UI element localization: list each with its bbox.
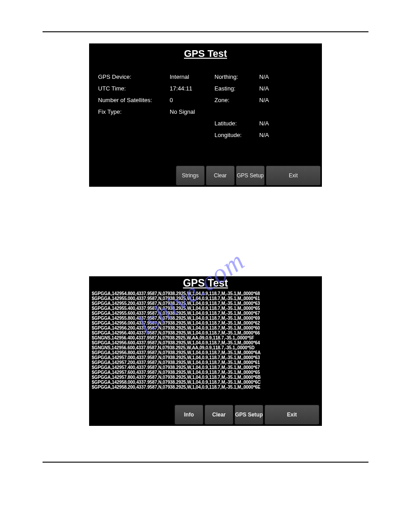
latitude-label: Latitude: [214, 118, 259, 129]
zone-label: Zone: [214, 94, 259, 106]
latitude-value: N/A [259, 118, 313, 129]
fix-type-label: Fix Type: [98, 106, 170, 118]
panel1-button-bar: Strings Clear GPS Setup Exit [175, 164, 322, 187]
num-satellites-value: 0 [170, 94, 214, 106]
gps-test-info-panel: GPS Test GPS Device: Internal Northing: … [89, 43, 322, 187]
gps-info-grid: GPS Device: Internal Northing: N/A UTC T… [98, 71, 313, 141]
longitude-label: Longitude: [214, 129, 259, 141]
strings-button[interactable]: Strings [176, 166, 205, 185]
utc-time-value: 17:44:11 [170, 83, 214, 94]
panel2-button-bar: Info Clear GPS Setup Exit [173, 403, 321, 426]
gps-device-label: GPS Device: [98, 71, 170, 83]
easting-label: Easting: [214, 83, 259, 94]
exit-button[interactable]: Exit [266, 166, 321, 185]
gps-device-value: Internal [170, 71, 214, 83]
panel-title: GPS Test [89, 276, 322, 289]
fix-type-value: No Signal [170, 106, 214, 118]
gps-test-strings-panel: GPS Test $GPGGA,142954.800,4337.9587,N,0… [89, 276, 322, 426]
northing-label: Northing: [214, 71, 259, 83]
nmea-strings-output: $GPGGA,142954.800,4337.9587,N,07938.2925… [89, 291, 322, 390]
easting-value: N/A [259, 83, 313, 94]
northing-value: N/A [259, 71, 313, 83]
gps-setup-button[interactable]: GPS Setup [235, 405, 263, 425]
top-rule [43, 31, 368, 32]
zone-value: N/A [259, 94, 313, 106]
info-button[interactable]: Info [175, 405, 203, 425]
utc-time-label: UTC Time: [98, 83, 170, 94]
panel-title: GPS Test [89, 43, 322, 60]
clear-button[interactable]: Clear [206, 166, 235, 185]
num-satellites-label: Number of Satellites: [98, 94, 170, 106]
longitude-value: N/A [259, 129, 313, 141]
gps-setup-button[interactable]: GPS Setup [236, 166, 265, 185]
clear-button[interactable]: Clear [205, 405, 233, 425]
bottom-rule [43, 462, 368, 463]
exit-button[interactable]: Exit [265, 405, 319, 425]
